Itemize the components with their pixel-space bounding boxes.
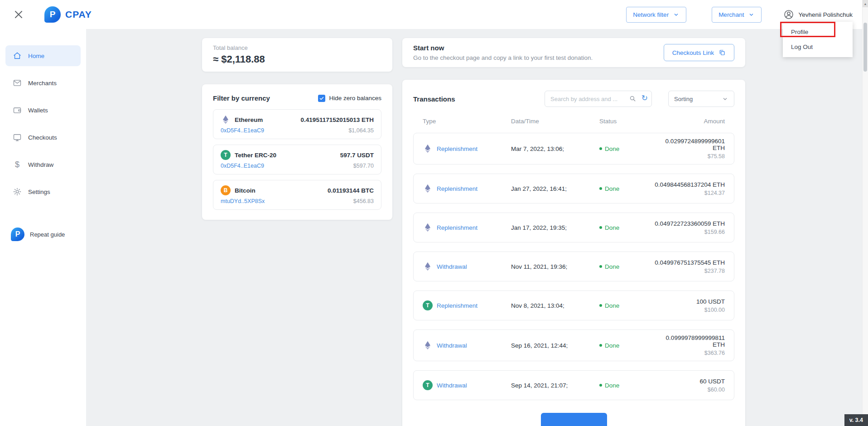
transaction-type-link[interactable]: Replenishment xyxy=(437,145,477,152)
hide-zero-checkbox[interactable] xyxy=(318,95,325,102)
user-name: Yevhenii Polishchuk xyxy=(798,11,853,18)
status-badge: Done xyxy=(599,342,654,349)
transaction-fiat: $124.37 xyxy=(654,190,725,196)
status-dot-icon xyxy=(599,265,602,268)
scrollbar-thumb[interactable] xyxy=(863,23,867,72)
reset-search-icon[interactable] xyxy=(641,94,648,103)
eth-icon xyxy=(423,144,433,154)
usdt-icon xyxy=(423,380,433,390)
eth-icon xyxy=(423,184,433,194)
checkouts-link-button[interactable]: Checkouts Link xyxy=(664,44,734,61)
repeat-guide-button[interactable]: Repeat guide xyxy=(11,228,86,241)
scrollbar-up-arrow[interactable]: ▲ xyxy=(863,0,868,7)
currency-item-ethereum: Ethereum 0.4195117152015013 ETH 0xD5F4..… xyxy=(213,109,381,139)
sidebar: Home Merchants Wallets Checkouts Withdra… xyxy=(0,29,86,426)
column-header-status: Status xyxy=(599,118,654,125)
user-dropdown-menu: Profile Log Out xyxy=(783,22,853,57)
total-balance-label: Total balance xyxy=(213,44,381,51)
transaction-fiat: $159.66 xyxy=(654,229,725,235)
status-dot-icon xyxy=(599,304,602,307)
start-now-title: Start now xyxy=(413,44,593,52)
gear-icon xyxy=(13,187,22,196)
sidebar-item-withdraw[interactable]: Withdraw xyxy=(5,154,81,175)
transaction-row: Replenishment Nov 8, 2021, 13:04; Done 1… xyxy=(413,290,734,320)
eth-icon xyxy=(423,261,433,271)
transaction-datetime: Sep 14, 2021, 21:07; xyxy=(511,382,599,389)
transaction-type-link[interactable]: Withdrawal xyxy=(437,342,467,349)
filter-by-currency-card: Filter by currency Hide zero balances Et… xyxy=(202,84,392,220)
currency-item-tether: Tether ERC-20 597.7 USDT 0xD5F4..E1eaC9 … xyxy=(213,145,381,174)
transaction-fiat: $100.00 xyxy=(654,307,725,313)
merchant-button[interactable]: Merchant xyxy=(712,7,762,23)
transaction-type-link[interactable]: Withdrawal xyxy=(437,263,467,270)
transaction-row: Withdrawal Sep 16, 2021, 12:44; Done 0.0… xyxy=(413,329,734,361)
home-icon xyxy=(13,51,22,60)
transaction-type-link[interactable]: Replenishment xyxy=(437,302,477,309)
scrollbar: ▲ xyxy=(862,0,868,426)
sorting-label: Sorting xyxy=(674,96,693,102)
cpay-logo[interactable]: CPAY xyxy=(44,6,92,23)
transaction-type-link[interactable]: Replenishment xyxy=(437,224,477,231)
sidebar-item-wallets[interactable]: Wallets xyxy=(5,100,81,121)
wallet-address-link[interactable]: 0xD5F4..E1eaC9 xyxy=(221,127,264,134)
sidebar-item-label: Wallets xyxy=(28,107,48,114)
usdt-icon xyxy=(423,300,433,310)
transaction-datetime: Nov 8, 2021, 13:04; xyxy=(511,302,599,309)
transaction-fiat: $363.76 xyxy=(654,350,725,356)
transaction-amount: 0.0999978999999811 ETH xyxy=(654,334,725,348)
repeat-guide-label: Repeat guide xyxy=(30,231,65,238)
sidebar-item-settings[interactable]: Settings xyxy=(5,181,81,202)
transaction-fiat: $237.78 xyxy=(654,268,725,274)
currency-amount: 0.4195117152015013 ETH xyxy=(301,116,374,123)
chevron-down-icon xyxy=(748,11,755,18)
eth-icon xyxy=(221,115,231,125)
currency-name: Tether ERC-20 xyxy=(235,152,276,159)
status-badge: Done xyxy=(599,224,654,231)
transaction-fiat: $60.00 xyxy=(654,387,725,393)
wallet-address-link[interactable]: mtuDYd..5XP8Sx xyxy=(221,198,265,204)
transaction-amount: 0.049976751375545 ETH xyxy=(654,259,725,266)
show-more-button[interactable] xyxy=(541,413,607,426)
status-dot-icon xyxy=(599,187,602,190)
transaction-amount: 0.049844568137204 ETH xyxy=(654,181,725,188)
sidebar-item-label: Merchants xyxy=(28,80,57,87)
hide-zero-label: Hide zero balances xyxy=(329,95,381,102)
cpay-logo-icon xyxy=(44,6,61,23)
network-filter-label: Network filter xyxy=(633,11,669,18)
withdraw-dollar-icon xyxy=(13,160,22,169)
wallet-icon xyxy=(13,106,22,115)
transactions-table-header: Type Data/Time Status Amount xyxy=(413,118,734,125)
transaction-type-link[interactable]: Replenishment xyxy=(437,185,477,192)
user-menu-trigger[interactable]: Yevhenii Polishchuk xyxy=(783,9,853,20)
close-icon[interactable] xyxy=(13,9,24,20)
status-dot-icon xyxy=(599,344,602,347)
network-filter-button[interactable]: Network filter xyxy=(626,7,686,23)
transaction-datetime: Jan 17, 2022, 19:35; xyxy=(511,224,599,231)
topbar: CPAY Network filter Merchant Yevhenii Po… xyxy=(0,0,868,29)
menu-item-profile[interactable]: Profile xyxy=(783,24,853,39)
transaction-datetime: Nov 11, 2021, 19:36; xyxy=(511,263,599,270)
main-content: Total balance ≈ $2,118.88 Filter by curr… xyxy=(86,29,868,426)
column-header-type: Type xyxy=(423,118,511,125)
transaction-amount: 0.0299724899999601 ETH xyxy=(654,138,725,151)
menu-item-logout[interactable]: Log Out xyxy=(783,39,853,54)
currency-amount: 597.7 USDT xyxy=(340,152,374,159)
status-badge: Done xyxy=(599,382,654,389)
transaction-type-link[interactable]: Withdrawal xyxy=(437,382,467,389)
status-badge: Done xyxy=(599,145,654,152)
sidebar-item-merchants[interactable]: Merchants xyxy=(5,73,81,93)
sidebar-item-label: Home xyxy=(28,53,44,59)
status-badge: Done xyxy=(599,185,654,192)
eth-icon xyxy=(423,340,433,350)
cpay-logo-icon xyxy=(11,228,24,241)
sidebar-item-home[interactable]: Home xyxy=(5,45,81,66)
sidebar-item-checkouts[interactable]: Checkouts xyxy=(5,127,81,148)
transaction-amount: 100 USDT xyxy=(654,298,725,305)
currency-amount: 0.01193144 BTC xyxy=(328,187,374,194)
transaction-fiat: $75.58 xyxy=(654,153,725,160)
status-badge: Done xyxy=(599,263,654,270)
sorting-dropdown[interactable]: Sorting xyxy=(668,91,734,107)
transactions-search xyxy=(545,91,652,107)
wallet-address-link[interactable]: 0xD5F4..E1eaC9 xyxy=(221,163,264,169)
sidebar-item-label: Checkouts xyxy=(28,134,57,141)
